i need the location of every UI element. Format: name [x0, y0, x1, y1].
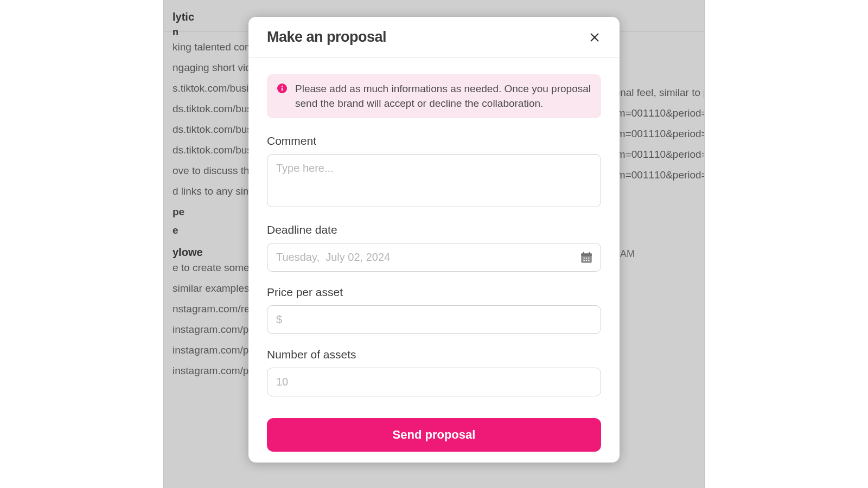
svg-rect-7 — [583, 252, 584, 254]
svg-point-12 — [583, 260, 584, 261]
modal-body: Please add as much informations as neede… — [248, 58, 620, 463]
svg-rect-8 — [589, 252, 590, 254]
deadline-label: Deadline date — [267, 223, 601, 236]
price-field: Price per asset — [267, 286, 601, 334]
svg-rect-6 — [581, 253, 592, 255]
proposal-modal: Make an proposal Please add as much info… — [248, 17, 620, 463]
close-icon[interactable] — [588, 31, 601, 44]
deadline-field: Deadline date — [267, 223, 601, 272]
deadline-input[interactable] — [267, 243, 601, 272]
svg-point-9 — [583, 258, 584, 259]
price-label: Price per asset — [267, 286, 601, 299]
send-proposal-button[interactable]: Send proposal — [267, 418, 601, 452]
svg-point-13 — [586, 260, 587, 261]
assets-input[interactable] — [267, 368, 601, 396]
modal-overlay: Make an proposal Please add as much info… — [0, 0, 868, 488]
assets-label: Number of assets — [267, 348, 601, 361]
price-input[interactable] — [267, 305, 601, 334]
svg-point-10 — [586, 258, 587, 259]
comment-input[interactable] — [267, 154, 601, 207]
info-icon — [277, 83, 288, 94]
info-banner: Please add as much informations as neede… — [267, 74, 601, 118]
info-text: Please add as much informations as neede… — [295, 82, 591, 111]
calendar-icon[interactable] — [579, 251, 593, 265]
comment-label: Comment — [267, 134, 601, 147]
modal-header: Make an proposal — [248, 17, 620, 58]
modal-title: Make an proposal — [267, 29, 386, 46]
svg-point-11 — [588, 258, 589, 259]
svg-point-14 — [588, 260, 589, 261]
svg-rect-3 — [282, 88, 283, 91]
comment-field: Comment — [267, 134, 601, 209]
assets-field: Number of assets — [267, 348, 601, 396]
svg-point-4 — [282, 86, 283, 87]
